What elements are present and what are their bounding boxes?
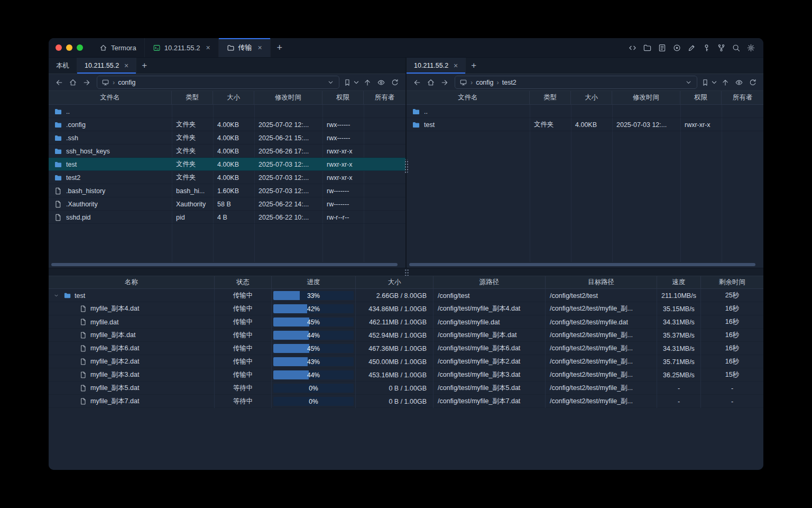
- column-header[interactable]: 进度: [272, 276, 356, 288]
- home-button[interactable]: [67, 76, 79, 89]
- transfer-row[interactable]: myfile_副本.dat传输中44%452.94MB / 1.00GB/con…: [49, 329, 763, 342]
- edit-button[interactable]: [685, 41, 698, 54]
- column-header[interactable]: 大小: [356, 276, 433, 288]
- settings-button[interactable]: [744, 41, 757, 54]
- search-button[interactable]: [730, 41, 742, 54]
- transfer-row[interactable]: myfile_副本4.dat传输中42%434.86MB / 1.00GB/co…: [49, 302, 763, 315]
- refresh-button[interactable]: [746, 76, 759, 89]
- close-tab-icon[interactable]: ×: [124, 62, 128, 69]
- column-header[interactable]: 类型: [172, 91, 213, 104]
- vertical-splitter[interactable]: [405, 58, 407, 268]
- new-tab-button[interactable]: +: [271, 38, 289, 57]
- column-header[interactable]: 所有者: [364, 91, 405, 104]
- transfer-row[interactable]: myfile_副本3.dat传输中44%453.16MB / 1.00GB/co…: [49, 368, 763, 382]
- left-panel-tab[interactable]: 10.211.55.2×: [77, 58, 136, 74]
- breadcrumb-segment[interactable]: test2: [502, 79, 516, 86]
- show-hidden-button[interactable]: [733, 76, 745, 89]
- back-button[interactable]: [411, 76, 423, 89]
- zoom-window-button[interactable]: [77, 44, 83, 51]
- file-row[interactable]: test2文件夹4.00KB2025-07-03 12:...rwxr-xr-x: [49, 171, 405, 184]
- target-path: /config/test2/test/myfile.dat: [546, 315, 657, 329]
- right-panel-tab[interactable]: 10.211.55.2×: [407, 58, 466, 74]
- column-header[interactable]: 源路径: [433, 276, 546, 288]
- key-button[interactable]: [700, 41, 713, 54]
- file-name: .ssh: [66, 134, 78, 142]
- column-header[interactable]: 状态: [215, 276, 272, 288]
- splitter-grip[interactable]: [404, 159, 408, 173]
- app-tab[interactable]: 10.211.55.2×: [145, 38, 219, 57]
- file-row[interactable]: ..: [407, 105, 763, 118]
- close-tab-icon[interactable]: ×: [258, 44, 262, 51]
- up-directory-button[interactable]: [719, 76, 732, 89]
- transfer-name: test: [75, 292, 85, 300]
- record-button[interactable]: [670, 41, 683, 54]
- forward-button[interactable]: [80, 76, 93, 89]
- column-header[interactable]: 修改时间: [612, 91, 680, 104]
- close-window-button[interactable]: [56, 44, 62, 51]
- file-owner: [364, 131, 405, 144]
- column-header[interactable]: 文件名: [49, 91, 172, 104]
- file-row[interactable]: .config文件夹4.00KB2025-07-02 12:...rwx----…: [49, 118, 405, 131]
- file-row[interactable]: ..: [49, 105, 405, 118]
- path-breadcrumb[interactable]: ›config›test2: [455, 76, 697, 89]
- file-row[interactable]: test文件夹4.00KB2025-07-03 12:...rwxr-xr-x: [407, 118, 763, 131]
- code-button[interactable]: [626, 41, 639, 54]
- horizontal-scrollbar[interactable]: [408, 262, 762, 267]
- left-panel-tab[interactable]: 本机: [49, 58, 77, 74]
- column-header[interactable]: 大小: [571, 91, 612, 104]
- column-header[interactable]: 所有者: [722, 91, 763, 104]
- column-header[interactable]: 类型: [530, 91, 571, 104]
- transfer-row[interactable]: myfile_副本5.dat等待中0%0 B / 1.00GB/config/t…: [49, 382, 763, 395]
- log-icon: [658, 43, 667, 52]
- new-panel-tab-button[interactable]: +: [136, 58, 152, 74]
- app-tab[interactable]: 传输×: [219, 38, 271, 57]
- forward-button[interactable]: [438, 76, 451, 89]
- file-row[interactable]: .bash_historybash_hi...1.60KB2025-07-03 …: [49, 184, 405, 197]
- file-row[interactable]: test文件夹4.00KB2025-07-03 12:...rwxr-xr-x: [49, 158, 405, 171]
- up-directory-button[interactable]: [361, 76, 374, 89]
- column-header[interactable]: 修改时间: [254, 91, 322, 104]
- horizontal-scrollbar[interactable]: [50, 262, 404, 267]
- path-breadcrumb[interactable]: ›config: [97, 76, 339, 89]
- file-row[interactable]: .XauthorityXauthority58 B2025-06-22 14:.…: [49, 197, 405, 211]
- breadcrumb-segment[interactable]: config: [476, 79, 493, 86]
- splitter-grip[interactable]: [404, 268, 409, 276]
- transfer-row[interactable]: test传输中33%2.66GB / 8.00GB/config/test/co…: [49, 289, 763, 302]
- close-tab-icon[interactable]: ×: [454, 62, 458, 69]
- column-header[interactable]: 速度: [657, 276, 701, 288]
- column-header[interactable]: 文件名: [407, 91, 530, 104]
- column-header[interactable]: 目标路径: [546, 276, 657, 288]
- back-button[interactable]: [53, 76, 66, 89]
- folder-button[interactable]: [641, 41, 653, 54]
- scrollbar-thumb[interactable]: [51, 263, 398, 266]
- close-tab-icon[interactable]: ×: [206, 44, 210, 51]
- log-button[interactable]: [656, 41, 668, 54]
- minimize-window-button[interactable]: [66, 44, 72, 51]
- transfer-row[interactable]: myfile.dat传输中45%462.11MB / 1.00GB/config…: [49, 315, 763, 329]
- column-header[interactable]: 名称: [49, 276, 215, 288]
- column-header[interactable]: 权限: [680, 91, 722, 104]
- column-header[interactable]: 权限: [322, 91, 364, 104]
- show-hidden-button[interactable]: [375, 76, 387, 89]
- file-row[interactable]: sshd.pidpid4 B2025-06-22 10:...rw-r--r--: [49, 211, 405, 224]
- column-header[interactable]: 大小: [213, 91, 254, 104]
- transfer-speed: 35.15MB/s: [657, 302, 701, 315]
- file-row[interactable]: ssh_host_keys文件夹4.00KB2025-06-26 17:...r…: [49, 144, 405, 158]
- breadcrumb-segment[interactable]: config: [118, 79, 135, 86]
- transfer-row[interactable]: myfile_副本2.dat传输中43%450.00MB / 1.00GB/co…: [49, 355, 763, 368]
- app-tab[interactable]: Termora: [91, 38, 145, 57]
- column-header[interactable]: 剩余时间: [701, 276, 763, 288]
- new-panel-tab-button[interactable]: +: [466, 58, 482, 74]
- horizontal-splitter[interactable]: [49, 268, 763, 276]
- scrollbar-thumb[interactable]: [409, 263, 755, 266]
- home-button[interactable]: [425, 76, 437, 89]
- transfer-row[interactable]: myfile_副本7.dat等待中0%0 B / 1.00GB/config/t…: [49, 395, 763, 408]
- progress-label: 0%: [309, 385, 318, 392]
- bookmark-button[interactable]: [701, 76, 718, 89]
- file-row[interactable]: .ssh文件夹4.00KB2025-06-21 15:...rwx------: [49, 131, 405, 144]
- expand-toggle[interactable]: [52, 293, 60, 298]
- refresh-button[interactable]: [389, 76, 401, 89]
- bookmark-button[interactable]: [343, 76, 360, 89]
- transfer-row[interactable]: myfile_副本6.dat传输中45%467.36MB / 1.00GB/co…: [49, 342, 763, 355]
- branch-button[interactable]: [715, 41, 727, 54]
